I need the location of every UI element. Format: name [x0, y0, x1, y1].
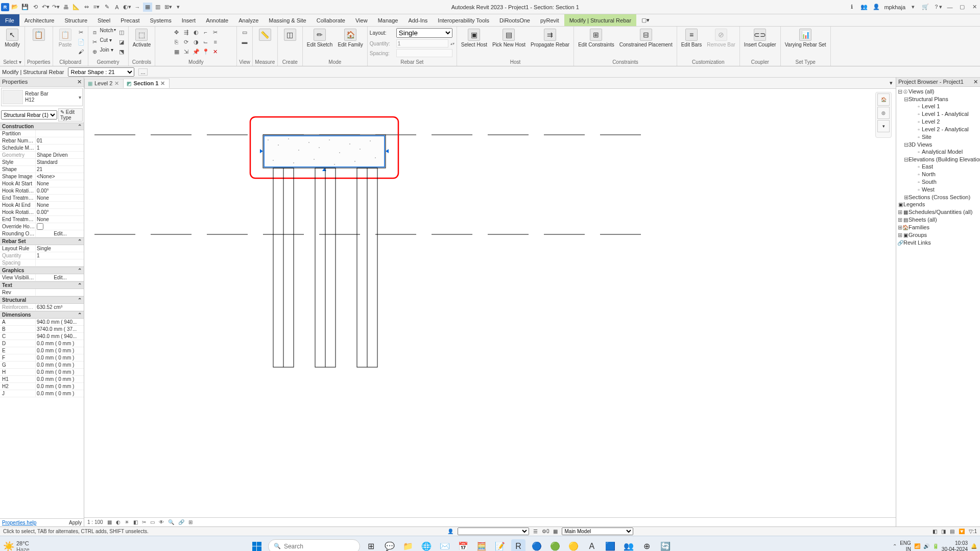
rev-v[interactable] [36, 289, 84, 296]
qat-sync-icon[interactable]: ⟲ [31, 3, 40, 12]
type-dropdown-icon[interactable]: ▾ [79, 94, 81, 100]
search-input[interactable] [284, 543, 361, 550]
group-select[interactable]: Select ▾ [2, 59, 22, 66]
tab-pyrevit[interactable]: pyRevit [535, 14, 564, 26]
tray-chevron-icon[interactable]: ⌃ [893, 543, 897, 549]
node-sections[interactable]: ⊞Sections (Cross Section) [897, 194, 979, 201]
tab-interop[interactable]: Interoperability Tools [433, 14, 494, 26]
nav-arrow-icon[interactable]: ▾ [877, 120, 890, 132]
revit-icon[interactable]: R [511, 539, 525, 552]
lang1[interactable]: ENG [900, 540, 911, 546]
collapse-icon[interactable]: ⌃ [78, 238, 82, 244]
split-icon[interactable]: ✂ [211, 28, 220, 37]
status-model-select[interactable]: Main Model [562, 528, 633, 535]
status-filter-icon2[interactable]: ▽:1 [969, 529, 977, 534]
dim-H-v[interactable]: 0.0 mm ( 0 mm ) [36, 369, 84, 375]
node-groups[interactable]: ⊞▣Groups [897, 231, 979, 239]
view-menu-icon[interactable]: ▾ [887, 80, 896, 86]
app3-icon[interactable]: ⊕ [640, 539, 654, 552]
dim-B-v[interactable]: 3740.0 mm ( 37... [36, 326, 84, 332]
node-level1a[interactable]: ▫Level 1 - Analytical [897, 110, 979, 118]
join-icon[interactable]: ⊕ [90, 47, 100, 56]
status-sel1-icon[interactable]: ◧ [933, 529, 937, 534]
qat-thin-icon[interactable]: ▦ [143, 3, 152, 12]
dim-E-v[interactable]: 0.0 mm ( 0 mm ) [36, 347, 84, 354]
tab-diroots[interactable]: DiRootsOne [494, 14, 535, 26]
sun-icon[interactable]: ☀ [124, 519, 130, 525]
scale-icon[interactable]: ⇲ [182, 47, 191, 56]
view1-icon[interactable]: ▭ [240, 28, 249, 37]
copy-icon[interactable]: 📄 [77, 37, 86, 46]
teams-icon[interactable]: 👥 [622, 539, 636, 552]
qat-switch-icon[interactable]: ⊞▾ [163, 3, 173, 12]
align-icon[interactable]: ≡ [211, 37, 220, 46]
constrained-placement-button[interactable]: ⊟Constrained Placement [617, 28, 675, 49]
tab-precast[interactable]: Precast [115, 14, 145, 26]
measure-button[interactable]: 📏 [255, 28, 275, 42]
pin-icon[interactable]: 📌 [192, 47, 201, 56]
copy2-icon[interactable]: ⎘ [172, 37, 181, 46]
layoutrule-v[interactable]: Single [36, 245, 84, 252]
qat-align-icon[interactable]: ≡▾ [92, 3, 101, 12]
mirror1-icon[interactable]: ◐ [192, 28, 201, 37]
dim-G-v[interactable]: 0.0 mm ( 0 mm ) [36, 362, 84, 368]
geom2-icon[interactable]: ◪ [117, 37, 126, 46]
node-legends[interactable]: ▣Legends [897, 201, 979, 208]
unpin-icon[interactable]: 📍 [201, 47, 210, 56]
tab-addins[interactable]: Add-Ins [403, 14, 433, 26]
analytic-icon[interactable]: ⊞ [187, 519, 194, 525]
geometry-v[interactable]: Shape Driven [36, 152, 84, 158]
user-name[interactable]: mpkhaja [884, 4, 905, 10]
edit-sketch-button[interactable]: ✏Edit Sketch [305, 28, 335, 49]
cut-label[interactable]: Cut ▾ [100, 37, 112, 46]
time[interactable]: 10:03 [942, 540, 968, 546]
edit-family-button[interactable]: 🏠Edit Family [336, 28, 365, 49]
qat-open-icon[interactable]: 📂 [10, 3, 19, 12]
hide-icon[interactable]: 👁 [158, 519, 165, 525]
explorer-icon[interactable]: 📁 [401, 539, 415, 552]
hookrot1-v[interactable]: 0.00° [36, 187, 84, 194]
apply-button[interactable]: Apply [69, 520, 82, 525]
chat-icon[interactable]: 💬 [383, 539, 397, 552]
pick-host-button[interactable]: ▤Pick New Host [490, 28, 528, 49]
status-sel3-icon[interactable]: ▤ [950, 529, 954, 534]
notch-icon[interactable]: ⧈ [90, 28, 100, 37]
autocad-icon[interactable]: A [585, 539, 599, 552]
user-icon[interactable]: 👤 [872, 3, 881, 12]
collapse-icon[interactable]: ⌃ [78, 124, 82, 129]
dim-H2-v[interactable]: 0.0 mm ( 0 mm ) [36, 383, 84, 390]
notch-label[interactable]: Notch [100, 28, 113, 37]
help-icon[interactable]: ？▾ [933, 3, 942, 12]
qat-print-icon[interactable]: 🖶 [61, 3, 70, 12]
node-analytical[interactable]: ▫Analytical Model [897, 148, 979, 156]
style-v[interactable]: Standard [36, 159, 84, 165]
info-icon[interactable]: ℹ [847, 3, 856, 12]
status-editable-icon[interactable]: ⚙0 [542, 529, 549, 534]
node-level2[interactable]: ▫Level 2 [897, 118, 979, 126]
node-level2a[interactable]: ▫Level 2 - Analytical [897, 126, 979, 133]
edge-icon[interactable]: 🌐 [419, 539, 434, 552]
start-button[interactable] [250, 539, 264, 552]
insert-coupler-button[interactable]: ⊂⊃Insert Coupler [742, 28, 778, 49]
rotate-icon[interactable]: ⟳ [182, 37, 191, 46]
rebarnum-v[interactable]: 01 [36, 137, 84, 144]
dim-F-v[interactable]: 0.0 mm ( 0 mm ) [36, 354, 84, 361]
minimize-icon[interactable]: — [945, 3, 954, 12]
collapse-icon[interactable]: ⌃ [78, 268, 82, 273]
instance-select[interactable]: Structural Rebar (1) [1, 110, 57, 119]
node-north[interactable]: ▫North [897, 171, 979, 178]
taskview-icon[interactable]: ⊞ [364, 539, 378, 552]
override-checkbox[interactable] [37, 223, 43, 230]
tab-section1[interactable]: ◩Section 1✕ [123, 79, 170, 88]
calc-icon[interactable]: 🧮 [474, 539, 489, 552]
modify-button[interactable]: ↖Modify [2, 28, 22, 49]
spacing-input[interactable] [396, 49, 452, 57]
hookstart-v[interactable]: None [36, 180, 84, 187]
rounding-edit-button[interactable]: Edit... [36, 230, 84, 237]
dim-J-v[interactable]: 0.0 mm ( 0 mm ) [36, 390, 84, 397]
qat-undo-icon[interactable]: ↶▾ [41, 3, 50, 12]
tab-close-icon[interactable]: ✕ [114, 80, 119, 87]
array-icon[interactable]: ▦ [172, 47, 181, 56]
tab-structure[interactable]: Structure [59, 14, 92, 26]
node-west[interactable]: ▫West [897, 186, 979, 194]
